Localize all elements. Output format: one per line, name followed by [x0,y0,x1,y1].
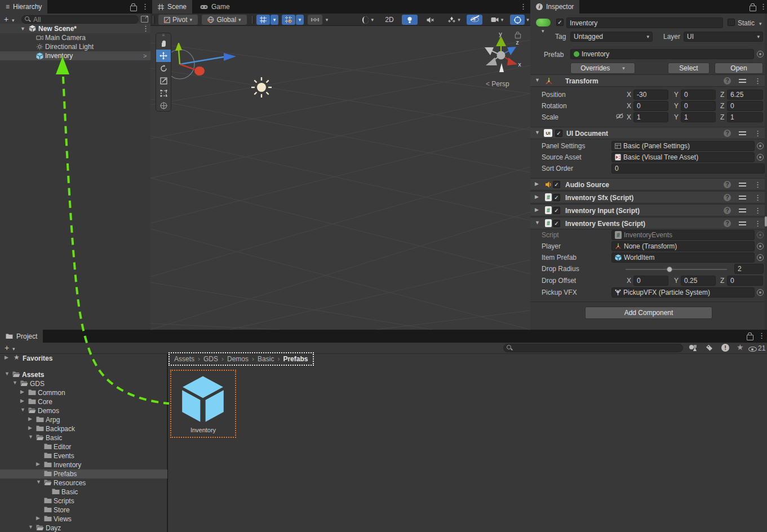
kebab-menu-icon[interactable]: ⋮ [754,77,761,85]
project-search-input[interactable] [503,344,683,352]
drop-radius-input[interactable]: 2 [734,264,764,274]
lock-icon[interactable] [747,335,753,340]
presets-icon[interactable] [739,220,746,227]
foldout-icon[interactable]: ▼ [535,220,540,225]
asset-tile-inventory[interactable]: Inventory [170,370,236,438]
enabled-checkbox[interactable]: ✓ [553,207,560,214]
global-button[interactable]: Global ▾ [202,15,247,25]
project-tree-item-basic[interactable]: Basic [0,487,167,496]
expand-icon[interactable]: ▶ [36,515,40,521]
project-tree-item-common[interactable]: ▶Common [0,388,167,397]
breadcrumb[interactable]: Assets› GDS› Demos› Basic› Prefabs [169,352,314,366]
project-tree-item-assets[interactable]: ▼Assets [0,370,167,379]
project-tree-item-views[interactable]: ▶Views [0,515,167,524]
overlay-handle[interactable]: ≡ [156,33,171,37]
project-tree-item-store[interactable]: Store [0,506,167,515]
hierarchy-item-directional-light[interactable]: Directional Light [0,42,150,51]
sort-order-input[interactable]: 0 [611,163,765,174]
shading-mode-button[interactable]: ▾ [359,15,377,25]
project-tree-item-basic[interactable]: ▼Basic [0,433,167,442]
2d-toggle-button[interactable]: 2D [382,15,397,25]
enabled-checkbox[interactable]: ✓ [555,130,562,137]
drop-radius-slider[interactable] [626,269,727,270]
source-asset-field[interactable]: Basic (Visual Tree Asset) [611,152,755,162]
tab-game[interactable]: Game [194,0,236,14]
expand-icon[interactable]: ▶ [36,461,40,467]
pivot-button[interactable]: Pivot ▾ [158,15,198,25]
help-icon[interactable]: ? [724,207,731,214]
source-asset-picker-icon[interactable] [757,154,764,161]
rotation-z-input[interactable]: 0 [727,101,763,111]
expand-icon[interactable]: ▼ [28,434,33,440]
presets-icon[interactable] [739,194,746,201]
kebab-menu-icon[interactable]: ⋮ [754,194,761,201]
expand-icon[interactable]: ▶ [5,354,8,360]
project-tree-item-editor[interactable]: Editor [0,442,167,451]
grid-caret-button[interactable]: ▾ [271,15,278,25]
kebab-menu-icon[interactable]: ⋮ [760,3,767,10]
project-tree-item-arpg[interactable]: ▶Arpg [0,415,167,424]
overrides-button[interactable]: Overrides▾ [570,63,635,74]
panel-settings-field[interactable]: Basic (Panel Settings) [611,141,755,151]
project-tree-item-core[interactable]: ▶Core [0,397,167,406]
lighting-toggle-button[interactable] [402,15,418,25]
project-favorites[interactable]: ▶ ★ Favorites [0,354,167,363]
hierarchy-search-input[interactable]: All [21,15,139,24]
camera-overlay-button[interactable]: ▾ [486,15,508,25]
help-icon[interactable]: ? [724,220,731,227]
active-checkbox[interactable]: ✓ [556,19,564,26]
prefab-chevron-icon[interactable]: > [143,52,147,59]
help-icon[interactable]: ? [724,181,731,188]
snap-caret-button[interactable]: ▾ [296,15,304,25]
foldout-icon[interactable]: ▶ [535,207,539,212]
expand-icon[interactable]: ▼ [12,380,17,385]
breadcrumb-item[interactable]: GDS [203,355,218,363]
kebab-menu-icon[interactable]: ⋮ [754,181,761,188]
help-icon[interactable]: ? [724,77,731,85]
project-tree-item-events[interactable]: Events [0,451,167,460]
layer-dropdown[interactable]: UI▾ [684,32,763,42]
scrollbar-thumb[interactable] [765,216,767,227]
expand-icon[interactable]: ▶ [28,425,32,431]
kebab-menu-icon[interactable]: ⋮ [754,130,761,137]
select-button[interactable]: Select [668,63,710,74]
scene-canvas[interactable]: ≡ [150,26,530,330]
tab-scene[interactable]: Scene [152,0,192,14]
static-caret-icon[interactable]: ▾ [759,21,762,26]
inventory-input-header[interactable]: ▶ # ✓ Inventory Input (Script) ?⋮ [530,204,767,216]
hidden-count-icon[interactable]: ! [721,344,729,352]
help-icon[interactable]: ? [724,130,731,137]
scale-y-input[interactable]: 1 [681,112,716,122]
prefab-field[interactable]: Inventory [570,49,754,59]
persp-label[interactable]: < Persp [486,80,509,88]
pickup-vfx-picker-icon[interactable] [757,289,764,296]
eye-icon[interactable] [748,347,757,352]
audio-source-header[interactable]: ▶ ✓ Audio Source ?⋮ [530,178,767,190]
scene-visibility-button[interactable] [467,15,482,25]
breadcrumb-item-current[interactable]: Prefabs [283,355,308,363]
audio-toggle-button[interactable] [423,15,438,25]
search-by-label-icon[interactable] [706,344,713,352]
enabled-checkbox[interactable]: ✓ [553,181,560,188]
foldout-icon[interactable]: ▶ [535,181,539,187]
foldout-icon[interactable]: ▼ [535,77,540,83]
name-input[interactable]: Inventory [566,17,723,28]
enabled-checkbox[interactable]: ✓ [553,220,560,227]
move-gizmo[interactable] [167,43,246,82]
item-prefab-picker-icon[interactable] [757,254,764,261]
scene-kebab-icon[interactable]: ⋮ [142,25,149,32]
static-checkbox[interactable] [728,19,735,26]
breadcrumb-item[interactable]: Assets [174,355,194,363]
project-tree-item-prefabs[interactable]: Prefabs [0,469,167,478]
foldout-icon[interactable]: ▶ [535,194,539,200]
hierarchy-item-main-camera[interactable]: Main Camera [0,33,150,42]
presets-icon[interactable] [739,130,746,136]
ruler-caret-button[interactable]: ▾ [323,15,331,25]
help-icon[interactable]: ? [724,194,731,201]
scene-kebab-icon[interactable]: ⋮ [520,3,527,10]
lock-icon[interactable] [750,6,756,11]
presets-icon[interactable] [739,181,746,188]
presets-icon[interactable] [739,207,746,214]
project-tree-item-inventory[interactable]: ▶Inventory [0,460,167,469]
inventory-sfx-header[interactable]: ▶ # ✓ Inventory Sfx (Script) ?⋮ [530,191,767,203]
